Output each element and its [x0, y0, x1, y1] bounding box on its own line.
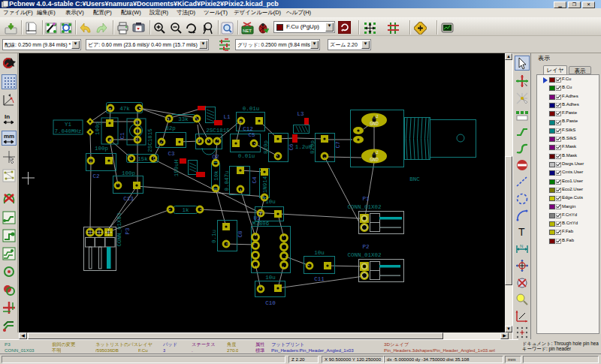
svg-text:C13: C13 — [123, 196, 134, 202]
svg-text:C4: C4 — [252, 176, 258, 184]
svg-text:82p: 82p — [165, 125, 176, 131]
svg-text:BNC: BNC — [409, 176, 420, 182]
svg-text:820p: 820p — [263, 140, 269, 154]
svg-text:2: 2 — [376, 114, 379, 119]
svg-text:C6: C6 — [288, 143, 294, 151]
svg-text:CONN_01X02: CONN_01X02 — [347, 252, 381, 258]
svg-text:0.01u: 0.01u — [243, 106, 260, 112]
svg-text:L1: L1 — [223, 114, 231, 120]
svg-text:L3: L3 — [297, 111, 304, 117]
svg-text:C3: C3 — [168, 151, 175, 157]
svg-text:10u: 10u — [314, 250, 325, 256]
svg-text:In: In — [5, 113, 10, 120]
svg-text:C11: C11 — [314, 276, 325, 282]
svg-text:33k: 33k — [178, 116, 189, 122]
svg-text:0.01u: 0.01u — [238, 153, 255, 159]
svg-text:M7806: M7806 — [252, 221, 270, 227]
svg-text:C8: C8 — [237, 230, 243, 237]
svg-text:15k: 15k — [137, 156, 148, 162]
svg-text:0.047u: 0.047u — [224, 170, 230, 191]
svg-text:100p: 100p — [122, 170, 135, 176]
svg-text:1k: 1k — [182, 207, 189, 213]
svg-text:1N914: 1N914 — [262, 176, 268, 193]
svg-text:P1: P1 — [362, 196, 370, 202]
svg-text:N: N — [520, 244, 523, 248]
svg-text:C5: C5 — [248, 132, 255, 138]
svg-text:GND: GND — [370, 122, 379, 127]
svg-text:0.1u: 0.1u — [211, 230, 217, 243]
svg-text:10k: 10k — [213, 170, 219, 181]
svg-text:mm: mm — [4, 133, 14, 140]
svg-text:CONN_01X02: CONN_01X02 — [347, 204, 381, 210]
svg-text:C12: C12 — [243, 126, 253, 132]
svg-text:7.040MHz: 7.040MHz — [54, 128, 81, 134]
svg-text:C7: C7 — [335, 141, 341, 148]
svg-text:C1: C1 — [119, 132, 125, 140]
svg-text:C10: C10 — [265, 300, 276, 306]
svg-text:C2: C2 — [92, 173, 99, 179]
svg-text:100p: 100p — [95, 122, 101, 135]
svg-text:150uH: 150uH — [174, 160, 180, 177]
svg-text:2SC1815: 2SC1815 — [206, 128, 230, 134]
svg-text:47k: 47k — [119, 106, 130, 112]
svg-text:2: 2 — [376, 150, 379, 155]
svg-text:P3: P3 — [125, 227, 131, 235]
svg-text:2SC1815: 2SC1815 — [147, 128, 153, 152]
svg-text:T: T — [518, 226, 525, 238]
svg-text:10u: 10u — [265, 275, 276, 281]
svg-text:GND: GND — [370, 158, 379, 163]
svg-text:Y1: Y1 — [65, 122, 72, 128]
svg-text:NET: NET — [243, 29, 252, 33]
svg-text:100p: 100p — [95, 146, 108, 152]
svg-text:P2: P2 — [362, 244, 369, 250]
svg-text:CONN_01X03: CONN_01X03 — [116, 212, 122, 247]
svg-text:820p: 820p — [310, 140, 316, 154]
svg-text:10u: 10u — [265, 199, 276, 205]
